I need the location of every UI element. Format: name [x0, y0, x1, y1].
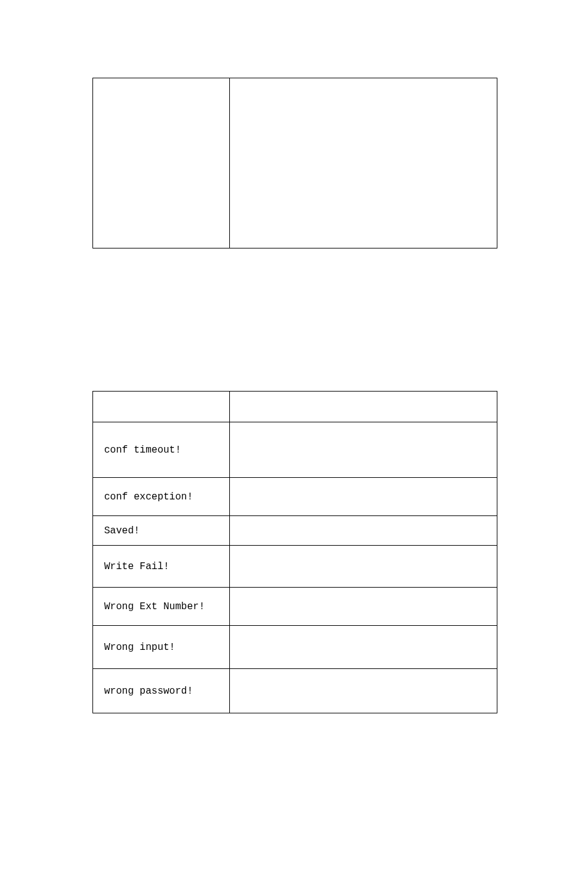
table-row: Wrong input! [93, 626, 497, 669]
table-row [93, 78, 497, 248]
table-cell: Write Fail! [93, 546, 230, 588]
table-header-cell [230, 392, 497, 422]
table-row: conf exception! [93, 478, 497, 516]
table-header-row [93, 392, 497, 422]
table-row: Write Fail! [93, 546, 497, 588]
table-cell: conf exception! [93, 478, 230, 516]
table-cell [230, 669, 497, 713]
cell-text: wrong password! [104, 686, 193, 697]
upper-table [92, 78, 497, 248]
table-cell [230, 422, 497, 478]
cell-text: conf timeout! [104, 445, 181, 456]
cell-text: Wrong input! [104, 642, 175, 653]
table-cell: Saved! [93, 516, 230, 546]
cell-text: conf exception! [104, 491, 193, 503]
table-row: conf timeout! [93, 422, 497, 478]
table-cell [230, 78, 497, 248]
table-cell: conf timeout! [93, 422, 230, 478]
table-row: Saved! [93, 516, 497, 546]
table-cell: wrong password! [93, 669, 230, 713]
cell-text: Write Fail! [104, 561, 169, 572]
table-cell: Wrong Ext Number! [93, 588, 230, 626]
cell-text: Saved! [104, 525, 140, 536]
messages-table: conf timeout! conf exception! Saved! Wri… [92, 391, 497, 713]
table-cell [230, 516, 497, 546]
table-cell [230, 546, 497, 588]
cell-text: Wrong Ext Number! [104, 601, 205, 612]
table-row: Wrong Ext Number! [93, 588, 497, 626]
table-cell: Wrong input! [93, 626, 230, 669]
table-cell [230, 588, 497, 626]
table-cell [230, 626, 497, 669]
table-cell [93, 78, 230, 248]
table-cell [230, 478, 497, 516]
table-header-cell [93, 392, 230, 422]
table-row: wrong password! [93, 669, 497, 713]
